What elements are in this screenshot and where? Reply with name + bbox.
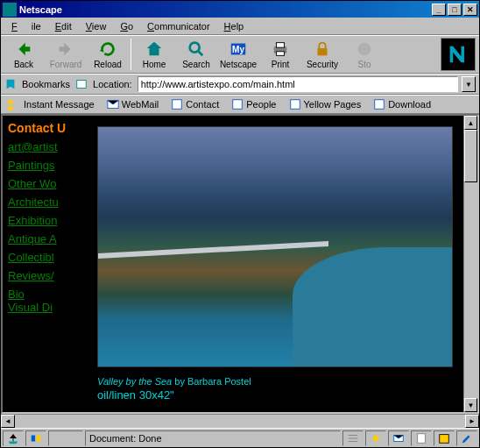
scroll-up-button[interactable]: ▲ [464,116,477,130]
status-tool-1[interactable] [342,430,364,446]
menu-edit[interactable]: Edit [48,19,79,33]
svg-rect-16 [37,435,40,441]
download-icon [373,98,385,110]
svg-point-9 [8,100,12,104]
print-icon [271,39,290,59]
scroll-track[interactable] [464,130,477,398]
content-area: Contact U art@artist Paintings Other Wo … [1,114,479,414]
reload-icon [98,39,117,59]
sidebar-link-architecture[interactable]: Architectu [8,196,81,209]
home-button[interactable]: Home [133,37,175,72]
stop-button[interactable]: Sto [343,37,385,72]
sidebar-email[interactable]: art@artist [8,140,81,153]
print-button[interactable]: Print [259,37,301,72]
status-tool-6[interactable] [456,430,477,446]
mail-status-icon [392,432,405,444]
scroll-right-button[interactable]: ► [465,415,479,428]
location-label: Location: [91,79,134,89]
app-window: Netscape _ □ ✕ File Edit View Go Communi… [0,0,480,448]
vertical-scrollbar[interactable]: ▲ ▼ [463,116,477,412]
netscape-icon: My [229,39,248,59]
search-button[interactable]: Search [175,37,217,72]
sidebar-link-antique[interactable]: Antique A [8,232,81,245]
personal-toolbar: Instant Message WebMail Contact People Y… [1,95,479,114]
menu-view[interactable]: View [79,19,114,33]
instant-message-link[interactable]: Instant Message [18,99,100,110]
throbber [441,38,476,71]
sidebar-link-visual[interactable]: Visual Di [8,301,81,314]
svg-rect-8 [77,81,87,89]
netscape-button[interactable]: MyNetscape [217,37,259,72]
contact-link[interactable]: Contact [166,98,224,110]
artwork-medium: oil/linen 30x42" [97,388,453,402]
window-title: Netscape [19,4,62,15]
scroll-thumb[interactable] [464,130,477,182]
sidebar-link-collectibl[interactable]: Collectibl [8,251,81,264]
status-tool-5[interactable] [434,430,455,446]
yellowpages-link[interactable]: Yellow Pages [284,98,367,110]
sidebar-link-bio[interactable]: Bio [8,288,81,301]
minimize-button[interactable]: _ [432,4,446,16]
sidebar-link-paintings[interactable]: Paintings [8,159,81,172]
menu-communicator[interactable]: Communicator [140,19,217,33]
menubar: File Edit View Go Communicator Help [1,18,479,35]
ship-icon [7,432,19,444]
webmail-link[interactable]: WebMail [102,98,165,110]
svg-point-0 [190,43,200,53]
page-status-icon [415,432,427,444]
svg-rect-11 [173,100,182,110]
download-link[interactable]: Download [368,98,436,110]
status-tool-2[interactable] [365,430,386,446]
security-icon [313,39,332,59]
maximize-button[interactable]: □ [448,4,462,16]
status-text: Document: Done [85,430,341,446]
people-icon [231,98,244,110]
sidebar-link-exhibition[interactable]: Exhibition [8,214,81,227]
menu-file[interactable]: File [4,19,48,33]
sidebar-link-other[interactable]: Other Wo [8,177,81,190]
url-dropdown[interactable]: ▼ [462,76,476,92]
contact-icon [171,98,183,110]
svg-rect-4 [276,43,284,48]
svg-rect-18 [418,433,426,443]
bookmarks-label[interactable]: Bookmarks [20,79,72,89]
stop-icon [355,39,374,59]
hscroll-track[interactable] [15,415,465,428]
svg-rect-12 [233,100,243,110]
aim-icon [4,98,17,110]
close-button[interactable]: ✕ [463,4,477,16]
status-component[interactable] [25,430,46,446]
svg-rect-14 [375,100,385,110]
tool-icon [347,432,359,444]
menu-help[interactable]: Help [217,19,251,33]
status-tool-4[interactable] [411,430,432,446]
status-tool-3[interactable] [388,430,409,446]
status-netscape[interactable] [3,430,24,446]
svg-rect-6 [318,48,328,55]
horizontal-scrollbar[interactable]: ◄ ► [1,414,479,428]
app-icon [3,3,17,17]
back-button[interactable]: Back [3,37,45,72]
people-link[interactable]: People [226,98,281,110]
search-icon [187,39,206,59]
forward-button[interactable]: Forward [45,37,87,72]
url-input[interactable] [138,76,458,92]
reload-button[interactable]: Reload [87,37,129,72]
scroll-left-button[interactable]: ◄ [1,415,15,428]
scroll-down-button[interactable]: ▼ [464,398,477,412]
yellowpages-icon [289,98,301,110]
svg-rect-5 [276,52,284,56]
svg-rect-15 [32,435,35,441]
sidebar-link-reviews[interactable]: Reviews/ [8,269,81,282]
security-button[interactable]: Security [301,37,343,72]
edit-icon [461,432,473,444]
titlebar: Netscape _ □ ✕ [1,1,479,18]
status-progress [48,430,83,446]
menu-go[interactable]: Go [113,19,140,33]
back-icon [14,39,33,59]
mail-icon [107,98,119,110]
toolbar: Back Forward Reload Home Search MyNetsca… [1,35,479,74]
artwork-title: Valley by the Sea [97,376,172,387]
sidebar-heading: Contact U [8,121,81,135]
artwork-artist: Barbara Postel [187,376,251,387]
